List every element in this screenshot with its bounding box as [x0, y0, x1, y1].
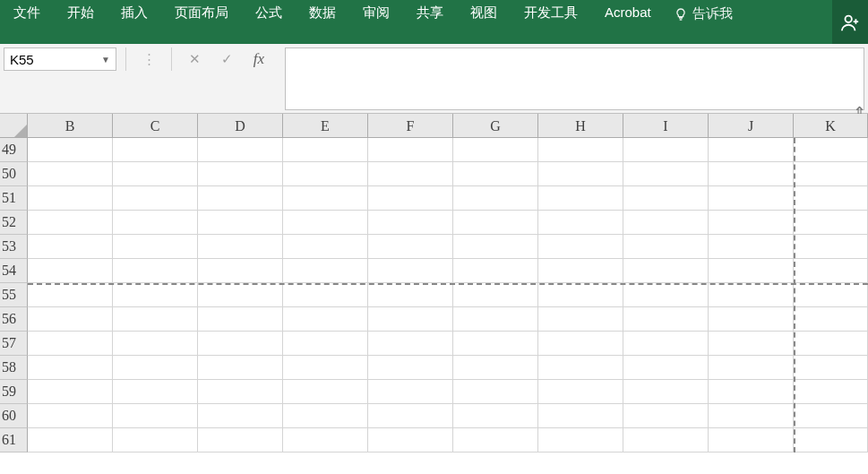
grid-cell[interactable] [709, 404, 794, 428]
grid-cell[interactable] [623, 332, 709, 356]
grid-cell[interactable] [198, 428, 283, 452]
ribbon-tab-2[interactable]: 插入 [107, 0, 161, 25]
grid-cell[interactable] [113, 283, 198, 307]
grid-cell[interactable] [198, 162, 283, 186]
row-header[interactable]: 58 [0, 356, 28, 380]
grid-cell[interactable] [623, 138, 709, 162]
grid-cell[interactable] [283, 428, 368, 452]
grid-cell[interactable] [453, 380, 538, 404]
grid-cell[interactable] [28, 380, 113, 404]
grid-cell[interactable] [623, 235, 709, 259]
grid-cell[interactable] [709, 332, 794, 356]
grid-cell[interactable] [198, 186, 283, 211]
grid-cell[interactable] [368, 162, 453, 186]
grid-cell[interactable] [453, 332, 538, 356]
insert-function-button[interactable]: fx [245, 47, 272, 71]
grid-cell[interactable] [709, 211, 794, 235]
grid-cell[interactable] [28, 138, 113, 162]
ribbon-tab-0[interactable]: 文件 [0, 0, 54, 25]
grid-cell[interactable] [794, 380, 868, 404]
grid-cell[interactable] [113, 162, 198, 186]
grid-cell[interactable] [709, 283, 794, 307]
grid-cell[interactable] [28, 186, 113, 211]
grid-cell[interactable] [28, 283, 113, 307]
formula-input[interactable] [285, 47, 864, 110]
grid-cell[interactable] [368, 259, 453, 283]
select-all-corner[interactable] [0, 114, 28, 138]
grid-cell[interactable] [538, 380, 623, 404]
grid-cell[interactable] [709, 138, 794, 162]
grid-cell[interactable] [538, 259, 623, 283]
grid-cell[interactable] [28, 162, 113, 186]
grid-cell[interactable] [709, 307, 794, 332]
grid-cell[interactable] [283, 380, 368, 404]
confirm-icon[interactable]: ✓ [213, 47, 240, 71]
grid-cell[interactable] [198, 380, 283, 404]
grid-cell[interactable] [283, 235, 368, 259]
grid-cell[interactable] [794, 162, 868, 186]
grid-cell[interactable] [709, 380, 794, 404]
grid-cell[interactable] [368, 186, 453, 211]
grid-cell[interactable] [538, 162, 623, 186]
column-header[interactable]: K [794, 114, 868, 138]
grid-cell[interactable] [283, 186, 368, 211]
grid-cell[interactable] [283, 307, 368, 332]
column-header[interactable]: C [113, 114, 198, 138]
grid-cell[interactable] [368, 138, 453, 162]
grid-cell[interactable] [709, 235, 794, 259]
grid-cell[interactable] [709, 356, 794, 380]
grid-cell[interactable] [28, 211, 113, 235]
grid-cell[interactable] [113, 428, 198, 452]
column-header[interactable]: B [28, 114, 113, 138]
grid-cell[interactable] [28, 307, 113, 332]
grid-cell[interactable] [368, 380, 453, 404]
cancel-icon[interactable]: ✕ [181, 47, 208, 71]
grid-cell[interactable] [368, 235, 453, 259]
grid-cell[interactable] [538, 138, 623, 162]
ribbon-tab-9[interactable]: 开发工具 [511, 0, 591, 25]
grid-cell[interactable] [368, 428, 453, 452]
grid-cell[interactable] [538, 404, 623, 428]
grid-cell[interactable] [283, 283, 368, 307]
row-header[interactable]: 50 [0, 162, 28, 186]
column-header[interactable]: D [198, 114, 283, 138]
grid-cell[interactable] [709, 259, 794, 283]
grid-cell[interactable] [113, 235, 198, 259]
grid-cell[interactable] [453, 356, 538, 380]
column-header[interactable]: F [368, 114, 453, 138]
row-header[interactable]: 54 [0, 259, 28, 283]
grid-cell[interactable] [283, 259, 368, 283]
column-header[interactable]: H [538, 114, 623, 138]
share-button[interactable] [832, 0, 868, 44]
grid-cell[interactable] [709, 162, 794, 186]
grid-cell[interactable] [198, 404, 283, 428]
grid-cell[interactable] [794, 404, 868, 428]
grid-cell[interactable] [453, 428, 538, 452]
grid-cell[interactable] [283, 138, 368, 162]
ribbon-tab-4[interactable]: 公式 [242, 0, 296, 25]
grid-cell[interactable] [794, 211, 868, 235]
grid-cell[interactable] [113, 356, 198, 380]
grid-cell[interactable] [368, 356, 453, 380]
grid-cell[interactable] [453, 307, 538, 332]
grid-cell[interactable] [28, 332, 113, 356]
grid-cell[interactable] [453, 138, 538, 162]
grid-cell[interactable] [113, 186, 198, 211]
grid-cell[interactable] [113, 259, 198, 283]
grid-cell[interactable] [368, 332, 453, 356]
grid-cell[interactable] [794, 235, 868, 259]
grid-cell[interactable] [113, 307, 198, 332]
grid-cell[interactable] [113, 380, 198, 404]
grid-cell[interactable] [623, 307, 709, 332]
grid-cell[interactable] [28, 235, 113, 259]
grid-cell[interactable] [283, 404, 368, 428]
grid-cell[interactable] [28, 356, 113, 380]
row-header[interactable]: 51 [0, 186, 28, 211]
more-icon[interactable]: ⋮ [135, 47, 162, 71]
grid-cell[interactable] [794, 356, 868, 380]
grid-cell[interactable] [709, 428, 794, 452]
grid-cell[interactable] [198, 211, 283, 235]
grid-cell[interactable] [623, 380, 709, 404]
chevron-down-icon[interactable]: ▼ [101, 55, 110, 65]
grid-cell[interactable] [113, 211, 198, 235]
